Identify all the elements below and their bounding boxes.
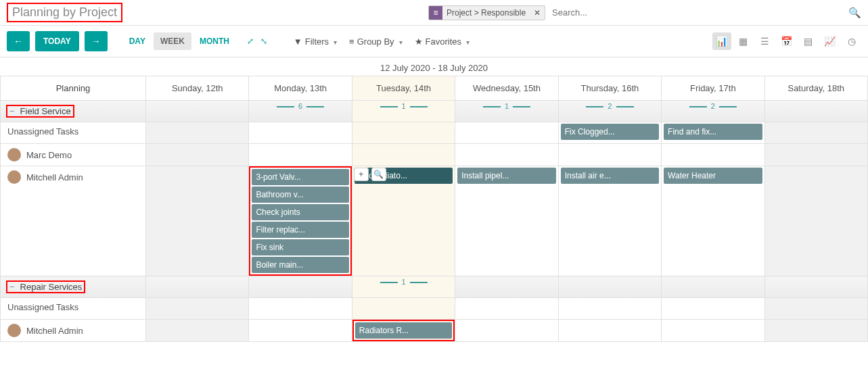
gantt-cell[interactable] [455,298,558,320]
gantt-cell[interactable] [455,144,558,166]
row-label[interactable]: Unassigned Tasks [1,298,145,316]
task-pill[interactable]: Water Heater [664,168,762,184]
count-marker: 1 [380,102,427,110]
view-kanban-icon[interactable]: ▦ [734,32,753,50]
gantt-cell[interactable] [764,144,867,166]
expand-icon[interactable]: ⤢ [247,36,254,46]
gantt-cell[interactable] [352,298,455,320]
task-pill[interactable]: Find and fix... [664,124,762,140]
scale-week[interactable]: WEEK [154,32,191,50]
count-marker: 2 [586,102,633,110]
gantt-cell[interactable]: Find and fix... [662,122,764,144]
view-activity-icon[interactable]: ◷ [842,32,861,50]
gantt-cell[interactable] [558,320,661,342]
add-icon[interactable]: + [354,168,369,181]
gantt-cell[interactable]: Water Heater [662,166,764,276]
gantt-cell[interactable] [764,122,867,144]
scale-month[interactable]: MONTH [193,32,236,50]
page-title: Planning by Project [7,3,122,22]
search-facet[interactable]: ≡ Project > Responsible ✕ [428,5,545,20]
gantt-cell[interactable] [662,298,764,320]
gantt-cell[interactable]: Install pipel... [455,166,558,276]
gantt-cell[interactable]: Radiators R... [352,320,455,342]
resource-row: Unassigned Tasks [1,298,868,320]
gantt-cell[interactable]: 3-port Valv...Bathroom v...Check jointsF… [249,166,352,276]
task-pill[interactable]: Fix sink [252,239,348,255]
top-bar: Planning by Project ≡ Project > Responsi… [0,0,868,26]
close-icon[interactable]: ✕ [530,8,545,18]
count-marker: 6 [277,102,324,110]
row-label[interactable]: Marc Demo [1,144,145,166]
view-calendar-icon[interactable]: 📅 [777,32,796,50]
view-pivot-icon[interactable]: ▤ [799,32,818,50]
gantt-cell[interactable] [146,122,249,144]
group-row[interactable]: Field Service61122 [1,101,868,122]
day-header: Monday, 13th [249,76,352,101]
gantt-grid: 12 July 2020 - 18 July 2020 PlanningSund… [0,57,868,342]
gantt-cell[interactable]: Fix Clogged... [558,122,661,144]
search-input[interactable] [549,5,844,20]
day-header: Wednesday, 15th [455,76,558,101]
gantt-cell[interactable] [764,298,867,320]
gantt-cell[interactable] [249,144,352,166]
gantt-cell[interactable]: +🔍Two radiato... [352,166,455,276]
count-marker: 2 [689,102,737,110]
next-button[interactable]: → [85,31,108,51]
gantt-cell[interactable] [146,144,249,166]
task-pill[interactable]: Check joints [252,204,348,220]
groupby-dropdown[interactable]: ≡ Group By [349,36,403,47]
search-icon[interactable]: 🔍 [848,7,861,19]
filters-dropdown[interactable]: ▼ Filters [294,36,337,47]
prev-button[interactable]: ← [7,31,30,51]
day-header: Friday, 17th [662,76,764,101]
gantt-cell[interactable] [352,144,455,166]
task-pill[interactable]: Boiler main... [252,257,348,273]
row-label[interactable]: Unassigned Tasks [1,122,145,141]
avatar [7,170,21,184]
task-pill[interactable]: Filter replac... [252,222,348,238]
gantt-cell[interactable] [249,122,352,144]
view-gantt-icon[interactable]: 📊 [712,32,731,50]
day-header: Thursday, 16th [558,76,661,101]
view-graph-icon[interactable]: 📈 [821,32,840,50]
facet-text: Project > Responsible [442,7,530,19]
count-marker: 1 [380,278,427,286]
scale-day[interactable]: DAY [122,32,152,50]
mid-tools: ▼ Filters ≡ Group By ★ Favorites [294,36,470,47]
gantt-cell[interactable] [662,144,764,166]
gantt-cell[interactable] [558,298,661,320]
today-button[interactable]: TODAY [35,31,79,51]
collapse-icon[interactable]: ⤡ [260,36,267,46]
gantt-cell[interactable] [764,320,867,342]
gantt-cell[interactable] [146,320,249,342]
task-pill[interactable]: 3-port Valv... [252,169,348,185]
favorites-dropdown[interactable]: ★ Favorites [415,36,470,47]
gantt-cell[interactable] [249,320,352,342]
view-list-icon[interactable]: ☰ [756,32,775,50]
task-pill[interactable]: Install air e... [561,168,659,184]
row-label[interactable]: Mitchell Admin [1,166,145,188]
resource-row: Mitchell AdminRadiators R... [1,320,868,342]
task-pill[interactable]: Radiators R... [355,322,452,339]
gantt-cell[interactable] [764,166,867,276]
side-header: Planning [1,76,146,101]
gantt-cell[interactable] [558,144,661,166]
gantt-cell[interactable]: Install air e... [558,166,661,276]
gantt-cell[interactable] [249,298,352,320]
task-pill[interactable]: Fix Clogged... [561,124,659,140]
gantt-cell[interactable] [455,122,558,144]
group-row[interactable]: Repair Services1 [1,276,868,298]
gantt-cell[interactable] [146,166,249,276]
row-label[interactable]: Mitchell Admin [1,320,145,341]
gantt-cell[interactable] [455,320,558,342]
gantt-cell[interactable] [662,320,764,342]
avatar [7,148,21,162]
zoom-icon[interactable]: 🔍 [371,168,386,181]
task-pill[interactable]: Bathroom v... [252,187,348,203]
gantt-cell[interactable] [352,122,455,144]
task-pill[interactable]: Install pipel... [457,168,555,184]
gantt-cell[interactable] [146,298,249,320]
list-icon: ≡ [429,6,442,20]
scale-group: DAY WEEK MONTH [122,32,236,50]
resource-row: Unassigned TasksFix Clogged...Find and f… [1,122,868,144]
